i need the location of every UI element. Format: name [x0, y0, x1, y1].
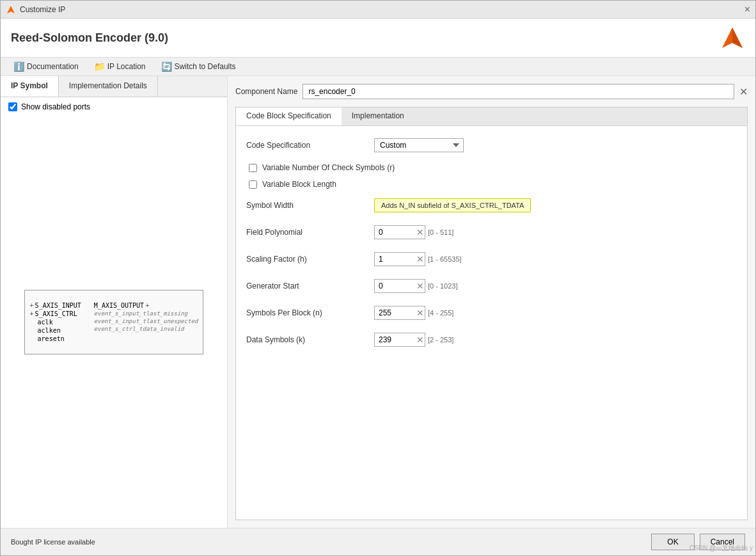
component-name-label: Component Name — [235, 87, 297, 96]
close-button[interactable]: × — [744, 4, 750, 15]
code-specification-value: Custom Default — [374, 138, 464, 152]
symbol-width-row: Symbol Width Adds N_IN subfield of S_AXI… — [246, 196, 737, 214]
spec-tab-implementation[interactable]: Implementation — [342, 107, 414, 125]
content-area: IP Symbol Implementation Details Show di… — [1, 76, 755, 528]
port-s-axis-input: + S_AXIS_INPUT — [30, 302, 81, 309]
field-polynomial-range: [0 - 511] — [428, 228, 453, 236]
data-symbols-label: Data Symbols (k) — [246, 335, 374, 344]
symbol-header: + S_AXIS_INPUT + S_AXIS_CTRL aclk — [30, 301, 198, 344]
component-name-input[interactable] — [303, 84, 734, 99]
port-event-tlast-unexpected: event_s_input_tlast_unexpected — [94, 318, 198, 324]
header: Reed-Solomon Encoder (9.0) — [1, 19, 755, 58]
symbol-width-label: Symbol Width — [246, 201, 374, 210]
component-name-row: Component Name ✕ — [235, 84, 748, 99]
variable-check-symbols-label: Variable Number Of Check Symbols (r) — [262, 163, 395, 172]
variable-block-length-label: Variable Block Length — [262, 180, 336, 189]
folder-icon: 📁 — [94, 61, 105, 72]
variable-block-length-checkbox[interactable] — [249, 180, 257, 189]
code-specification-row: Code Specification Custom Default — [246, 136, 737, 154]
spec-content: Code Specification Custom Default Variab… — [236, 126, 747, 368]
generator-start-row: Generator Start ✕ [0 - 1023] — [246, 277, 737, 295]
scaling-factor-row: Scaling Factor (h) ✕ [1 - 65535] — [246, 250, 737, 268]
documentation-label: Documentation — [27, 62, 79, 71]
tab-ip-symbol[interactable]: IP Symbol — [1, 76, 59, 97]
svg-marker-0 — [7, 6, 15, 13]
port-aclken: aclken — [30, 327, 81, 334]
title-bar-left: Customize IP — [6, 4, 65, 15]
ip-location-button[interactable]: 📁 IP Location — [91, 60, 148, 73]
variable-check-symbols-row: Variable Number Of Check Symbols (r) — [246, 163, 737, 172]
component-name-clear-button[interactable]: ✕ — [739, 86, 748, 98]
port-aresetn: aresetn — [30, 335, 81, 342]
symbol-left-ports: + S_AXIS_INPUT + S_AXIS_CTRL aclk — [30, 301, 81, 344]
port-event-ctrl-invalid: event_s_ctrl_tdata_invalid — [94, 326, 198, 332]
info-icon: ℹ️ — [13, 61, 24, 72]
data-symbols-range: [2 - 253] — [428, 336, 453, 344]
port-aclk: aclk — [30, 319, 81, 326]
symbol-diagram-area: + S_AXIS_INPUT + S_AXIS_CTRL aclk — [1, 116, 227, 528]
field-polynomial-label: Field Polynomial — [246, 228, 374, 237]
refresh-icon: 🔄 — [161, 61, 172, 72]
show-disabled-ports-label: Show disabled ports — [21, 102, 90, 111]
show-disabled-ports-checkbox[interactable] — [8, 102, 17, 111]
generator-start-label: Generator Start — [246, 282, 374, 290]
scaling-factor-clear-button[interactable]: ✕ — [416, 254, 424, 264]
field-polynomial-clear-button[interactable]: ✕ — [416, 227, 424, 237]
switch-to-defaults-label: Switch to Defaults — [175, 62, 236, 71]
generator-start-input-group: ✕ [0 - 1023] — [374, 279, 457, 293]
symbol-box: + S_AXIS_INPUT + S_AXIS_CTRL aclk — [24, 290, 204, 354]
switch-to-defaults-button[interactable]: 🔄 Switch to Defaults — [159, 60, 239, 73]
documentation-button[interactable]: ℹ️ Documentation — [11, 60, 81, 73]
ip-location-label: IP Location — [107, 62, 146, 71]
tab-implementation-details[interactable]: Implementation Details — [59, 76, 158, 97]
spec-tabs: Code Block Specification Implementation — [236, 107, 747, 126]
window-title: Customize IP — [20, 5, 65, 14]
data-symbols-clear-button[interactable]: ✕ — [416, 335, 424, 345]
field-polynomial-row: Field Polynomial ✕ [0 - 511] — [246, 223, 737, 241]
ok-button[interactable]: OK — [651, 534, 694, 550]
plus-icon-2: + — [30, 310, 34, 317]
symbols-per-block-label: Symbols Per Block (n) — [246, 308, 374, 317]
symbol-width-tooltip: Adds N_IN subfield of S_AXIS_CTRL_TDATA — [374, 198, 531, 212]
left-panel: IP Symbol Implementation Details Show di… — [1, 76, 228, 528]
scaling-factor-label: Scaling Factor (h) — [246, 255, 374, 264]
svg-marker-2 — [732, 28, 743, 48]
port-event-tlast-missing: event_s_input_tlast_missing — [94, 310, 198, 317]
main-window: Customize IP × Reed-Solomon Encoder (9.0… — [0, 0, 756, 556]
field-polynomial-input-group: ✕ [0 - 511] — [374, 225, 453, 239]
generator-start-range: [0 - 1023] — [428, 282, 457, 290]
data-symbols-input-group: ✕ [2 - 253] — [374, 333, 453, 347]
generator-start-clear-button[interactable]: ✕ — [416, 281, 424, 291]
variable-block-length-row: Variable Block Length — [246, 180, 737, 189]
app-icon — [6, 4, 16, 15]
right-panel: Component Name ✕ Code Block Specificatio… — [228, 76, 755, 528]
spec-tab-code-block[interactable]: Code Block Specification — [236, 107, 342, 125]
show-disabled-ports-row: Show disabled ports — [1, 97, 227, 116]
symbol-width-value: Adds N_IN subfield of S_AXIS_CTRL_TDATA — [374, 198, 531, 212]
left-tabs: IP Symbol Implementation Details — [1, 76, 227, 97]
status-text: Bought IP license available — [11, 538, 95, 546]
toolbar: ℹ️ Documentation 📁 IP Location 🔄 Switch … — [1, 58, 755, 76]
port-m-axis-output: M_AXIS_OUTPUT + — [94, 302, 198, 309]
page-title: Reed-Solomon Encoder (9.0) — [11, 31, 168, 45]
plus-icon-1: + — [30, 302, 34, 309]
xilinx-logo — [720, 25, 745, 51]
symbol-right-ports: M_AXIS_OUTPUT + event_s_input_tlast_miss… — [94, 301, 198, 344]
symbols-per-block-range: [4 - 255] — [428, 309, 453, 317]
plus-icon-3: + — [145, 302, 149, 309]
spec-panel: Code Block Specification Implementation … — [235, 107, 748, 520]
code-specification-dropdown[interactable]: Custom Default — [374, 138, 464, 152]
symbols-per-block-row: Symbols Per Block (n) ✕ [4 - 255] — [246, 304, 737, 322]
scaling-factor-input-group: ✕ [1 - 65535] — [374, 252, 462, 266]
code-specification-label: Code Specification — [246, 141, 374, 150]
variable-check-symbols-checkbox[interactable] — [249, 164, 257, 172]
watermark: CSDN @一支绝命钩 y — [689, 544, 753, 553]
port-s-axis-ctrl: + S_AXIS_CTRL — [30, 310, 81, 317]
title-bar: Customize IP × — [1, 1, 755, 19]
scaling-factor-range: [1 - 65535] — [428, 255, 462, 263]
symbols-per-block-input-group: ✕ [4 - 255] — [374, 306, 453, 320]
symbols-per-block-clear-button[interactable]: ✕ — [416, 308, 424, 318]
data-symbols-row: Data Symbols (k) ✕ [2 - 253] — [246, 331, 737, 349]
bottom-bar: Bought IP license available OK Cancel — [1, 528, 755, 555]
